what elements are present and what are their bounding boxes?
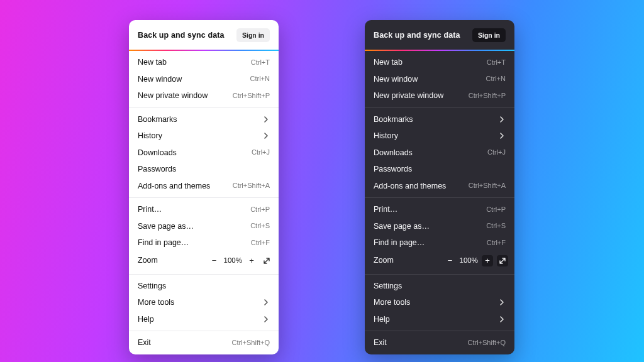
sync-title: Back up and sync data (138, 31, 225, 40)
menu-item-label: Print… (374, 206, 397, 214)
menu-item-label: New private window (374, 92, 443, 100)
menu-item-help[interactable]: Help (365, 311, 514, 328)
zoom-out-button[interactable]: − (209, 255, 220, 266)
menu-item-more-tools[interactable]: More tools (129, 294, 279, 311)
menu-item-label: Print… (138, 206, 162, 214)
menu-item-label: Bookmarks (138, 116, 177, 124)
menu-item-history[interactable]: History (129, 128, 279, 145)
shortcut-text: Ctrl+J (487, 149, 506, 156)
menu-item-new-private-window[interactable]: New private window Ctrl+Shift+P (129, 87, 279, 104)
menu-item-new-tab[interactable]: New tab Ctrl+T (365, 54, 514, 71)
menu-item-label: Downloads (138, 149, 177, 157)
menu-item-label: Settings (374, 282, 402, 290)
menu-item-settings[interactable]: Settings (365, 278, 514, 295)
menu-item-label: New private window (138, 92, 208, 100)
menu-group: Settings More tools Help (365, 275, 514, 331)
menu-item-label: Passwords (138, 165, 176, 173)
menu-item-history[interactable]: History (365, 128, 514, 145)
menu-item-passwords[interactable]: Passwords (129, 161, 279, 178)
menu-item-addons-themes[interactable]: Add-ons and themes Ctrl+Shift+A (129, 178, 279, 195)
menu-item-find-in-page[interactable]: Find in page… Ctrl+F (365, 234, 514, 251)
menu-group: Print… Ctrl+P Save page as… Ctrl+S Find … (129, 198, 279, 274)
sign-in-button[interactable]: Sign in (236, 28, 270, 42)
menu-item-label: More tools (138, 299, 174, 307)
menu-item-new-private-window[interactable]: New private window Ctrl+Shift+P (365, 87, 514, 104)
menu-item-label: Settings (138, 282, 166, 290)
menu-item-label: New window (374, 75, 418, 84)
chevron-right-icon (498, 116, 506, 123)
menu-item-exit[interactable]: Exit Ctrl+Shift+Q (129, 334, 279, 351)
shortcut-text: Ctrl+F (251, 239, 270, 246)
menu-item-downloads[interactable]: Downloads Ctrl+J (365, 145, 514, 162)
menu-item-new-tab[interactable]: New tab Ctrl+T (129, 54, 279, 71)
shortcut-text: Ctrl+Shift+Q (467, 339, 506, 346)
menu-item-label: Bookmarks (374, 116, 413, 124)
menu-item-more-tools[interactable]: More tools (365, 294, 514, 311)
menu-item-save-page-as[interactable]: Save page as… Ctrl+S (365, 218, 514, 235)
menu-item-label: Downloads (374, 149, 413, 157)
menu-item-label: History (374, 132, 398, 140)
shortcut-text: Ctrl+N (486, 75, 506, 82)
menu-item-label: More tools (374, 299, 410, 307)
chevron-right-icon (498, 132, 506, 140)
menu-item-label: History (138, 132, 162, 140)
menu-item-addons-themes[interactable]: Add-ons and themes Ctrl+Shift+A (365, 178, 514, 195)
chevron-right-icon (262, 116, 270, 123)
menu-group: Exit Ctrl+Shift+Q (365, 331, 514, 354)
zoom-label: Zoom (374, 256, 394, 265)
fullscreen-icon[interactable] (261, 255, 272, 266)
menu-item-find-in-page[interactable]: Find in page… Ctrl+F (129, 234, 279, 251)
menu-item-zoom: Zoom − 100% + (365, 251, 514, 271)
menu-item-new-window[interactable]: New window Ctrl+N (365, 71, 514, 88)
menu-group: New tab Ctrl+T New window Ctrl+N New pri… (129, 51, 279, 107)
zoom-out-button[interactable]: − (445, 255, 456, 266)
shortcut-text: Ctrl+Shift+P (469, 92, 506, 99)
menu-item-label: Add-ons and themes (374, 182, 446, 190)
zoom-level: 100% (460, 257, 478, 265)
app-menu-light: Back up and sync data Sign in New tab Ct… (129, 20, 279, 354)
shortcut-text: Ctrl+Shift+A (469, 182, 506, 189)
menu-item-bookmarks[interactable]: Bookmarks (129, 111, 279, 128)
menu-item-label: Help (374, 315, 390, 324)
shortcut-text: Ctrl+F (487, 239, 506, 246)
menu-item-passwords[interactable]: Passwords (365, 161, 514, 178)
sign-in-button[interactable]: Sign in (472, 28, 506, 42)
menu-item-label: Find in page… (374, 239, 425, 247)
zoom-in-button[interactable]: + (246, 255, 257, 266)
menu-item-label: New tab (374, 58, 402, 67)
menu-item-new-window[interactable]: New window Ctrl+N (129, 71, 279, 88)
menu-group: Settings More tools Help (129, 275, 279, 331)
menu-group: Print… Ctrl+P Save page as… Ctrl+S Find … (365, 198, 514, 274)
menu-item-label: New window (138, 75, 182, 84)
shortcut-text: Ctrl+T (487, 59, 506, 66)
menu-item-label: Save page as… (374, 222, 430, 231)
menu-item-print[interactable]: Print… Ctrl+P (129, 201, 279, 218)
menu-item-label: Find in page… (138, 239, 189, 247)
menu-item-settings[interactable]: Settings (129, 278, 279, 295)
menu-item-print[interactable]: Print… Ctrl+P (365, 201, 514, 218)
menu-group: Exit Ctrl+Shift+Q (129, 331, 279, 354)
zoom-in-button[interactable]: + (482, 255, 493, 266)
shortcut-text: Ctrl+P (250, 206, 270, 213)
menu-item-label: Exit (138, 339, 151, 347)
menu-item-label: Help (138, 315, 154, 324)
menu-item-downloads[interactable]: Downloads Ctrl+J (129, 145, 279, 162)
menu-group: New tab Ctrl+T New window Ctrl+N New pri… (365, 51, 514, 107)
shortcut-text: Ctrl+Shift+P (233, 92, 270, 99)
shortcut-text: Ctrl+Shift+A (233, 182, 270, 189)
menu-item-help[interactable]: Help (129, 311, 279, 328)
zoom-label: Zoom (138, 256, 158, 265)
zoom-level: 100% (224, 257, 242, 265)
menu-item-bookmarks[interactable]: Bookmarks (365, 111, 514, 128)
menu-item-save-page-as[interactable]: Save page as… Ctrl+S (129, 218, 279, 235)
menu-item-label: Add-ons and themes (138, 182, 210, 190)
chevron-right-icon (262, 132, 270, 140)
fullscreen-icon[interactable] (497, 255, 508, 266)
shortcut-text: Ctrl+Shift+Q (231, 339, 270, 346)
chevron-right-icon (262, 315, 270, 323)
menu-item-label: Save page as… (138, 222, 194, 231)
shortcut-text: Ctrl+T (251, 59, 270, 66)
app-menu-dark: Back up and sync data Sign in New tab Ct… (365, 20, 514, 354)
menu-header: Back up and sync data Sign in (365, 20, 514, 50)
menu-item-exit[interactable]: Exit Ctrl+Shift+Q (365, 334, 514, 351)
